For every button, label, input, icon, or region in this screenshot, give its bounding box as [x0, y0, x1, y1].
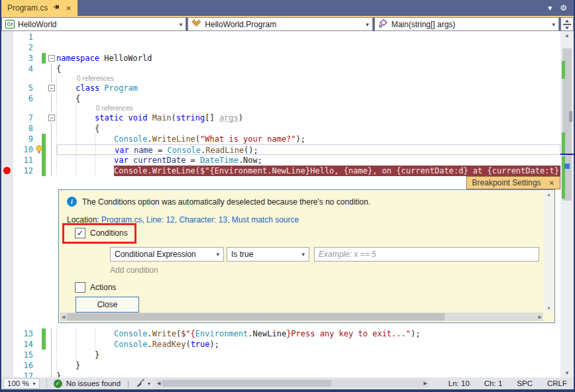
breakpoint-gutter[interactable] [1, 74, 13, 83]
tab-program-cs[interactable]: Program.cs ✕ [1, 0, 78, 16]
fold-gutter[interactable] [47, 328, 56, 339]
collapse-icon[interactable]: − [48, 85, 55, 91]
fold-gutter[interactable] [47, 155, 56, 166]
code-line[interactable]: 10var name = Console.ReadLine(); [1, 144, 560, 155]
code-line[interactable]: 6{ [1, 93, 560, 104]
chevron-down-icon[interactable]: ▾ [548, 4, 552, 12]
codelens-row[interactable]: 0 references [1, 104, 560, 113]
editor-vertical-scrollbar[interactable]: ▲ ▼ [560, 31, 574, 377]
fold-gutter[interactable] [47, 64, 56, 74]
code-line[interactable]: 1 [1, 32, 560, 42]
breakpoint-gutter[interactable] [1, 104, 13, 113]
zoom-control[interactable]: 100 % ▾ [3, 378, 40, 389]
fold-gutter[interactable] [47, 42, 56, 53]
chevron-down-icon[interactable]: ▾ [148, 381, 150, 387]
code-text[interactable]: Console.WriteLine("What is your name?"); [56, 134, 560, 144]
fold-gutter[interactable] [47, 134, 56, 144]
location-link[interactable]: Program.cs, Line: 12, Character: 13, Mus… [101, 215, 299, 224]
conditions-checkbox[interactable]: ✓ [75, 228, 85, 238]
collapse-icon[interactable]: − [48, 115, 55, 121]
breakpoint-gutter[interactable] [1, 113, 13, 123]
breakpoint-icon[interactable] [3, 167, 11, 174]
breakpoint-gutter[interactable] [1, 134, 13, 144]
breakpoint-gutter[interactable] [1, 83, 13, 93]
scroll-down-icon[interactable]: ▼ [560, 370, 574, 376]
breakpoint-gutter[interactable] [1, 339, 13, 350]
actions-checkbox[interactable] [75, 282, 85, 293]
code-text[interactable]: } [56, 350, 560, 360]
code-line[interactable]: 16} [1, 360, 560, 371]
breakpoint-gutter[interactable] [1, 166, 13, 176]
fold-gutter[interactable] [47, 93, 56, 104]
fold-gutter[interactable] [47, 350, 56, 360]
code-line[interactable]: 7−static void Main(string[] args) [1, 113, 560, 123]
type-dropdown[interactable]: HelloWorld.Program ▾ [187, 17, 372, 31]
breakpoint-gutter[interactable] [1, 64, 13, 74]
condition-operator-dropdown[interactable]: Is true ▾ [227, 247, 309, 262]
breakpoint-settings-close-icon[interactable]: ✕ [549, 179, 554, 187]
conditions-checkbox-row[interactable]: ✓ Conditions [75, 228, 128, 238]
code-line[interactable]: 4{ [1, 64, 560, 74]
scroll-down-icon[interactable]: ▼ [545, 306, 553, 311]
breakpoint-gutter[interactable] [1, 123, 13, 134]
code-line[interactable]: 9Console.WriteLine("What is your name?")… [1, 134, 560, 144]
scrollbar-thumb[interactable] [162, 380, 331, 387]
fold-gutter[interactable] [47, 104, 56, 113]
breakpoint-gutter[interactable] [1, 328, 13, 339]
collapse-icon[interactable]: − [48, 55, 55, 62]
fold-gutter[interactable]: − [47, 53, 56, 64]
code-text[interactable]: { [56, 123, 560, 134]
breakpoint-gutter[interactable] [1, 155, 13, 166]
project-dropdown[interactable]: C# HelloWorld ▾ [1, 17, 186, 31]
breakpoint-gutter[interactable] [1, 53, 13, 64]
code-line[interactable]: 13Console.Write($"{Environment.NewLine}P… [1, 328, 560, 339]
fold-gutter[interactable] [47, 360, 56, 371]
code-text[interactable]: 0 references [56, 74, 560, 83]
pin-icon[interactable] [53, 3, 60, 13]
code-text[interactable]: var name = Console.ReadLine(); [56, 144, 560, 155]
breakpoint-gutter[interactable] [1, 93, 13, 104]
scroll-right-icon[interactable]: ▶ [423, 381, 427, 386]
code-cleanup-button[interactable]: ▾ [136, 379, 150, 389]
breakpoint-gutter[interactable] [1, 350, 13, 360]
breakpoint-gutter[interactable] [1, 144, 13, 155]
editor-horizontal-scrollbar[interactable]: ◀ ▶ [156, 379, 429, 387]
code-line[interactable]: 5−class Program [1, 83, 560, 93]
code-line[interactable]: 11var currentDate = DateTime.Now; [1, 155, 560, 166]
code-text[interactable]: } [56, 371, 560, 377]
scrollbar-thumb[interactable] [67, 313, 444, 320]
fold-gutter[interactable] [47, 123, 56, 134]
code-text[interactable]: } [56, 360, 560, 371]
code-text[interactable]: { [56, 93, 560, 104]
panel-vertical-scrollbar[interactable]: ▲ ▼ [545, 191, 553, 311]
code-text[interactable]: class Program [56, 83, 560, 93]
add-condition-link[interactable]: Add condition [110, 266, 158, 275]
code-text[interactable] [56, 32, 560, 42]
code-line[interactable]: 8{ [1, 123, 560, 134]
spaces-indicator[interactable]: SPC [517, 379, 533, 387]
panel-horizontal-scrollbar[interactable]: ◀ ▶ [60, 313, 543, 321]
member-dropdown[interactable]: Main(string[] args) ▾ [374, 17, 559, 31]
tab-close-icon[interactable]: ✕ [66, 5, 71, 12]
code-line[interactable]: 17} [1, 371, 560, 377]
scroll-up-icon[interactable]: ▲ [545, 192, 553, 197]
fold-gutter[interactable]: − [47, 83, 56, 93]
close-button[interactable]: Close [76, 297, 139, 313]
breakpoint-gutter[interactable] [1, 42, 13, 53]
fold-gutter[interactable] [47, 144, 56, 155]
breakpoint-gutter[interactable] [1, 32, 13, 42]
fold-gutter[interactable] [47, 371, 56, 377]
code-line[interactable]: 12Console.WriteLine($"{Environment.NewLi… [1, 166, 560, 176]
breakpoint-settings-tab[interactable]: Breakpoint Settings ✕ [466, 176, 560, 189]
breakpoint-gutter[interactable] [1, 360, 13, 371]
fold-gutter[interactable] [47, 32, 56, 42]
code-text[interactable]: static void Main(string[] args) [56, 113, 560, 123]
fold-gutter[interactable] [47, 339, 56, 350]
document-health-indicator[interactable]: ✓ No issues found [54, 379, 121, 388]
scroll-up-icon[interactable]: ▲ [560, 32, 574, 38]
codelens-row[interactable]: 0 references [1, 74, 560, 83]
code-line[interactable]: 14Console.ReadKey(true); [1, 339, 560, 350]
fold-gutter[interactable] [47, 74, 56, 83]
code-text[interactable]: { [56, 64, 560, 74]
scroll-left-icon[interactable]: ◀ [157, 381, 160, 386]
